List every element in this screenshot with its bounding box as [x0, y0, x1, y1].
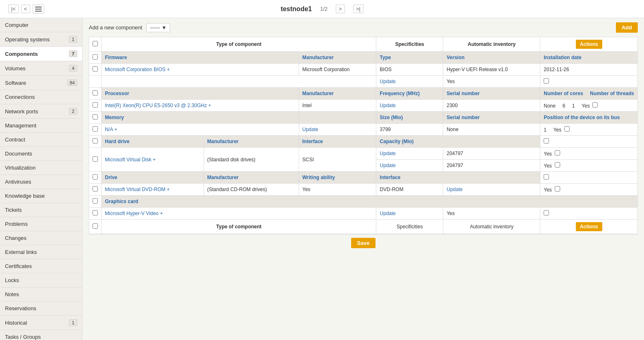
processor-manufacturer-label: Manufacturer [299, 88, 376, 100]
firmware-auto-checkbox[interactable] [544, 78, 549, 84]
graphics-name-link[interactable]: Microsoft Hyper-V Video + [105, 211, 163, 216]
memory-update-link[interactable]: Update [302, 127, 318, 132]
sidebar-item-historical[interactable]: Historical 1 [0, 316, 82, 330]
memory-section-checkbox[interactable] [93, 114, 98, 120]
sidebar-label-locks: Locks [5, 277, 19, 283]
sidebar-item-reservations[interactable]: Reservations [0, 302, 82, 316]
last-page-button[interactable]: >| [353, 5, 364, 13]
sidebar-badge-software: 84 [67, 79, 77, 86]
sidebar-item-components[interactable]: Components 7 [0, 47, 82, 61]
sidebar-item-locks[interactable]: Locks [0, 273, 82, 287]
harddrive-auto-1-checkbox[interactable] [555, 150, 560, 156]
add-button[interactable]: Add [616, 22, 638, 33]
processor-frequency-cell: 2300 [443, 100, 540, 112]
sidebar-item-connections[interactable]: Connections [0, 90, 82, 104]
processor-section-checkbox[interactable] [93, 90, 98, 96]
processor-serial-label: Serial number [443, 88, 540, 100]
drive-name-link[interactable]: Microsoft Virtual DVD-ROM + [105, 187, 170, 192]
processor-update-link[interactable]: Update [380, 103, 396, 108]
sidebar-label-volumes: Volumes [5, 65, 26, 72]
prev-page-button[interactable]: < [21, 5, 30, 13]
sidebar-item-knowledge-base[interactable]: Knowledge base [0, 189, 82, 203]
page-count: 1/2 [320, 6, 328, 12]
firmware-row-checkbox[interactable] [93, 66, 98, 72]
sidebar-item-problems[interactable]: Problems [0, 217, 82, 231]
sidebar-item-contract[interactable]: Contract [0, 133, 82, 147]
bottom-actions-button[interactable]: Actions [576, 222, 602, 231]
component-type-dropdown[interactable]: ------ ▼ [146, 23, 170, 32]
sidebar-item-certificates[interactable]: Certificates [0, 259, 82, 273]
sidebar-label-documents: Documents [5, 151, 32, 157]
processor-cores-label: Number of cores Number of threads [540, 88, 638, 100]
graphics-row-checkbox[interactable] [93, 210, 98, 215]
graphics-update-link[interactable]: Update [380, 211, 396, 216]
list-view-icon[interactable] [33, 5, 44, 14]
sidebar-item-tasks-groups[interactable]: Tasks / Groups [0, 330, 82, 340]
sidebar-item-external-links[interactable]: External links [0, 245, 82, 259]
col-actions-top: Actions [540, 37, 638, 52]
top-actions-button[interactable]: Actions [576, 40, 602, 49]
harddrive-name-link[interactable]: Microsoft Virtual Disk + [105, 157, 156, 163]
sidebar-badge-volumes: 4 [69, 65, 77, 72]
firmware-update-link[interactable]: Update [380, 79, 396, 84]
sidebar-item-management[interactable]: Management [0, 119, 82, 133]
processor-row-checkbox[interactable] [93, 102, 98, 108]
processor-name-link[interactable]: Intel(R) Xeon(R) CPU E5-2650 v3 @ 2.30GH… [105, 103, 211, 108]
first-page-button[interactable]: |< [8, 5, 19, 13]
sidebar-item-documents[interactable]: Documents [0, 147, 82, 161]
col-type-of-component: Type of component [102, 37, 376, 52]
harddrive-update-2-link[interactable]: Update [380, 163, 396, 168]
sidebar-item-changes[interactable]: Changes [0, 231, 82, 245]
sidebar-label-software: Software [5, 80, 26, 86]
harddrive-update-1-cell: Update [376, 148, 443, 160]
sidebar-item-tickets[interactable]: Tickets [0, 203, 82, 217]
sidebar-label-changes: Changes [5, 235, 26, 241]
firmware-manufacturer-label: Manufacturer [299, 52, 376, 64]
harddrive-interface-cell: SCSI [299, 148, 376, 172]
harddrive-row-checkbox[interactable] [93, 156, 98, 162]
firmware-section-checkbox[interactable] [93, 54, 98, 60]
drive-auto-checkbox[interactable] [555, 186, 560, 192]
drive-writing-label: Writing ability [299, 172, 376, 184]
graphics-section-header: Graphics card [89, 196, 638, 208]
next-page-button[interactable]: > [336, 5, 345, 13]
memory-auto-checkbox[interactable] [564, 126, 570, 132]
save-button[interactable]: Save [351, 238, 375, 248]
firmware-row: Microsoft Corporation BIOS + Microsoft C… [89, 64, 638, 76]
drive-interface-label: Interface [376, 172, 540, 184]
sidebar-item-operating-systems[interactable]: Operating systems 1 [0, 32, 82, 47]
processor-manufacturer-cell: Intel [299, 100, 376, 112]
sidebar-item-notes[interactable]: Notes [0, 287, 82, 302]
harddrive-auto-2-checkbox[interactable] [555, 162, 560, 168]
graphics-auto-checkbox[interactable] [544, 210, 549, 215]
sidebar-label-problems: Problems [5, 221, 28, 227]
harddrive-section-checkbox[interactable] [93, 138, 98, 144]
sidebar-item-software[interactable]: Software 84 [0, 76, 82, 90]
firmware-type-label: Type [376, 52, 443, 64]
nav-center: testnode1 1/2 > >| [280, 5, 363, 13]
drive-update-link[interactable]: Update [447, 187, 463, 192]
memory-size-label: Size (Mio) [376, 112, 443, 124]
drive-row-checkbox[interactable] [93, 186, 98, 192]
graphics-section-checkbox[interactable] [93, 198, 98, 204]
bottom-select-all-checkbox[interactable] [93, 223, 98, 229]
memory-row-checkbox[interactable] [93, 126, 98, 132]
nav-left: |< < [8, 5, 44, 14]
select-all-checkbox[interactable] [93, 41, 98, 46]
memory-serial-cell: None [443, 124, 540, 136]
sidebar-item-volumes[interactable]: Volumes 4 [0, 61, 82, 76]
sidebar-item-antiviruses[interactable]: Antiviruses [0, 175, 82, 189]
sidebar-item-computer[interactable]: Computer [0, 18, 82, 32]
drive-header-checkbox[interactable] [544, 174, 549, 180]
memory-name-link[interactable]: N/A + [105, 127, 117, 132]
processor-auto-checkbox[interactable] [592, 102, 598, 108]
harddrive-update-1-link[interactable]: Update [380, 151, 396, 156]
drive-row: Microsoft Virtual DVD-ROM + (Standard CD… [89, 184, 638, 196]
graphics-update-cell: Update [376, 208, 443, 220]
drive-section-checkbox[interactable] [93, 174, 98, 180]
firmware-name-link[interactable]: Microsoft Corporation BIOS + [105, 67, 170, 72]
sidebar-label-connections: Connections [5, 94, 35, 100]
sidebar-item-network-ports[interactable]: Network ports 2 [0, 104, 82, 119]
harddrive-header-checkbox[interactable] [544, 138, 549, 144]
sidebar-item-virtualization[interactable]: Virtualization [0, 161, 82, 175]
